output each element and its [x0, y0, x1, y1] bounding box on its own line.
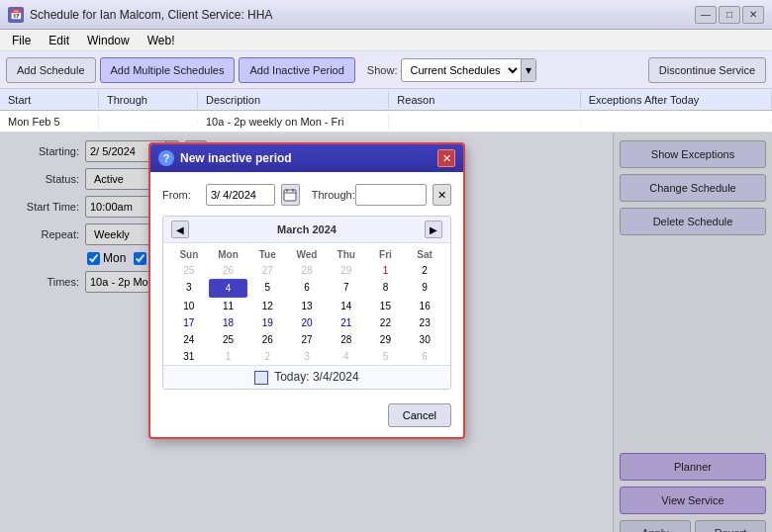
col-through: Through	[99, 92, 198, 108]
cal-day[interactable]: 9	[405, 279, 444, 298]
cal-day[interactable]: 2	[405, 262, 444, 279]
cal-day[interactable]: 29	[366, 331, 406, 348]
dialog-from-calendar-icon[interactable]	[281, 184, 300, 206]
dialog-info-icon: ?	[158, 150, 174, 166]
cal-day[interactable]: 6	[287, 279, 327, 298]
cal-day[interactable]: 1	[366, 262, 406, 279]
cal-day[interactable]: 3	[169, 279, 209, 298]
cal-header-wed: Wed	[287, 247, 327, 262]
close-button[interactable]: ✕	[742, 6, 764, 24]
cal-day[interactable]: 21	[327, 314, 366, 331]
cal-day[interactable]: 16	[405, 298, 444, 314]
cal-day[interactable]: 4	[327, 348, 366, 365]
col-start: Start	[0, 92, 99, 108]
add-schedule-button[interactable]: Add Schedule	[6, 57, 96, 83]
cal-day[interactable]: 20	[287, 314, 327, 331]
today-indicator-icon	[254, 371, 268, 385]
cal-day[interactable]: 17	[169, 314, 209, 331]
title-bar: 📅 Schedule for Ian Malcom, Client Servic…	[0, 0, 772, 30]
cal-day[interactable]: 10	[169, 298, 209, 314]
cal-day[interactable]: 18	[209, 314, 248, 331]
cell-reason	[389, 120, 580, 124]
cal-day[interactable]: 26	[247, 331, 287, 348]
add-inactive-period-button[interactable]: Add Inactive Period	[239, 57, 354, 83]
menu-window[interactable]: Window	[79, 32, 138, 49]
cal-day[interactable]: 12	[247, 298, 287, 314]
cal-day[interactable]: 24	[169, 331, 209, 348]
col-reason: Reason	[389, 92, 580, 108]
cal-day[interactable]: 23	[405, 314, 444, 331]
cal-header-thu: Thu	[327, 247, 366, 262]
cal-day[interactable]: 14	[327, 298, 366, 314]
cal-day[interactable]: 15	[366, 298, 406, 314]
cal-day[interactable]: 5	[366, 348, 406, 365]
cal-day[interactable]: 11	[209, 298, 248, 314]
calendar-month-label: March 2024	[277, 223, 337, 235]
dialog-through-clear-button[interactable]: ✕	[433, 184, 451, 206]
calendar-today-label: Today: 3/4/2024	[274, 370, 358, 384]
cal-header-tue: Tue	[247, 247, 287, 262]
cal-day[interactable]: 31	[169, 348, 209, 365]
menu-file[interactable]: File	[4, 32, 39, 49]
cal-day[interactable]: 28	[327, 331, 366, 348]
show-label: Show:	[367, 64, 398, 76]
menu-bar: File Edit Window Web!	[0, 30, 772, 51]
cal-day[interactable]: 28	[287, 262, 327, 279]
add-multiple-schedules-button[interactable]: Add Multiple Schedules	[100, 57, 236, 83]
dialog-body: From: Through:	[150, 172, 463, 398]
cal-day[interactable]: 7	[327, 279, 366, 298]
cal-day[interactable]: 26	[209, 262, 248, 279]
app-icon: 📅	[8, 7, 24, 23]
cal-day[interactable]: 29	[327, 262, 366, 279]
dialog-through-input-wrap[interactable]: ▾	[355, 184, 427, 206]
cal-day[interactable]: 2	[247, 348, 287, 365]
dialog-close-button[interactable]: ✕	[437, 149, 455, 167]
cal-header-sat: Sat	[405, 247, 444, 262]
cal-day[interactable]: 30	[405, 331, 444, 348]
menu-edit[interactable]: Edit	[41, 32, 77, 49]
calendar-next-button[interactable]: ▶	[425, 221, 442, 238]
cal-day[interactable]: 13	[287, 298, 327, 314]
calendar-today-row: Today: 3/4/2024	[163, 365, 450, 389]
cal-day[interactable]: 6	[405, 348, 444, 365]
show-dropdown-arrow-icon[interactable]: ▾	[521, 58, 535, 82]
dialog-from-input[interactable]	[207, 187, 275, 203]
cal-day[interactable]: 22	[366, 314, 406, 331]
menu-web[interactable]: Web!	[140, 32, 183, 49]
cal-day[interactable]: 27	[247, 262, 287, 279]
cal-day[interactable]: 25	[169, 262, 209, 279]
cal-day[interactable]: 27	[287, 331, 327, 348]
show-select-wrap[interactable]: Current Schedules ▾	[401, 58, 536, 82]
toolbar: Add Schedule Add Multiple Schedules Add …	[0, 51, 772, 89]
calendar-grid: Sun Mon Tue Wed Thu Fri Sat 25 26 27 28 …	[163, 243, 450, 365]
dialog-through-arrow-icon[interactable]: ▾	[426, 184, 427, 206]
cell-start: Mon Feb 5	[0, 114, 99, 130]
show-select[interactable]: Current Schedules	[402, 61, 521, 79]
cal-day[interactable]: 8	[366, 279, 406, 298]
table-header: Start Through Description Reason Excepti…	[0, 89, 772, 111]
maximize-button[interactable]: □	[719, 6, 740, 24]
cal-header-fri: Fri	[366, 247, 406, 262]
discontinue-service-button[interactable]: Discontinue Service	[648, 57, 766, 83]
cell-description: 10a - 2p weekly on Mon - Fri	[198, 114, 389, 130]
cal-day[interactable]: 5	[247, 279, 287, 298]
cal-day[interactable]: 3	[287, 348, 327, 365]
dialog-through-label: Through:	[312, 189, 349, 201]
cal-day[interactable]: 19	[247, 314, 287, 331]
minimize-button[interactable]: —	[695, 6, 717, 24]
cell-through	[99, 120, 198, 124]
cal-day-selected[interactable]: 4	[209, 279, 248, 298]
cal-header-sun: Sun	[169, 247, 209, 262]
window-title: Schedule for Ian Malcom, Client Service:…	[30, 8, 272, 22]
cal-day[interactable]: 1	[209, 348, 248, 365]
table-row[interactable]: Mon Feb 5 10a - 2p weekly on Mon - Fri	[0, 111, 772, 133]
cal-header-mon: Mon	[209, 247, 248, 262]
dialog-through-input[interactable]	[356, 187, 426, 203]
dialog-cancel-button[interactable]: Cancel	[388, 403, 451, 427]
modal-overlay: ? New inactive period ✕ From:	[0, 133, 772, 532]
cal-day[interactable]: 25	[209, 331, 248, 348]
dialog-from-input-wrap[interactable]	[206, 184, 275, 206]
dialog-title-bar: ? New inactive period ✕	[150, 144, 463, 172]
col-exceptions: Exceptions After Today	[581, 92, 772, 108]
calendar-prev-button[interactable]: ◀	[171, 221, 189, 238]
